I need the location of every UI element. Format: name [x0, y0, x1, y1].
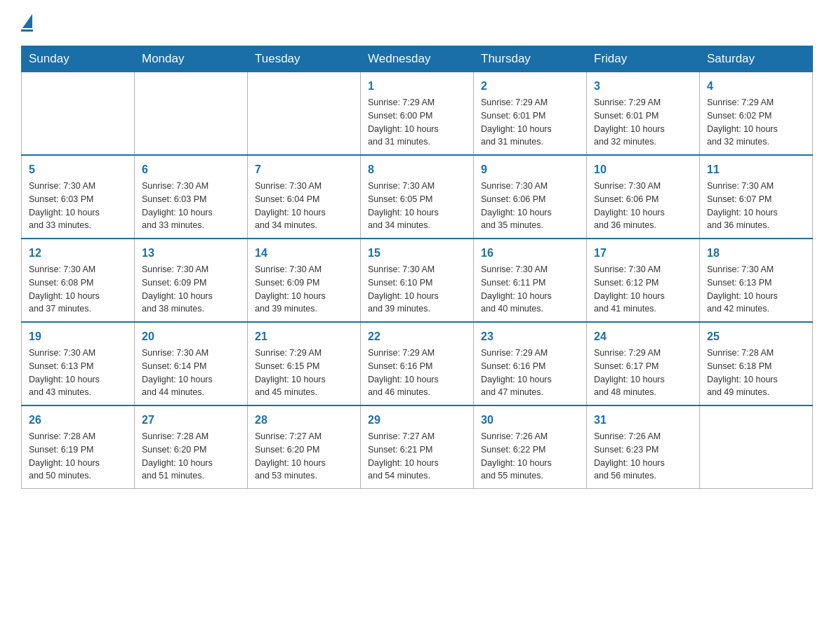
calendar-cell: 11Sunrise: 7:30 AM Sunset: 6:07 PM Dayli… — [700, 155, 813, 239]
page-header — [21, 14, 813, 32]
day-number: 7 — [255, 161, 353, 178]
day-info: Sunrise: 7:29 AM Sunset: 6:16 PM Dayligh… — [368, 347, 466, 399]
day-number: 4 — [707, 78, 805, 95]
calendar-cell — [248, 72, 361, 156]
calendar-cell: 5Sunrise: 7:30 AM Sunset: 6:03 PM Daylig… — [22, 155, 135, 239]
calendar-week-row: 19Sunrise: 7:30 AM Sunset: 6:13 PM Dayli… — [22, 322, 813, 405]
calendar-week-row: 1Sunrise: 7:29 AM Sunset: 6:00 PM Daylig… — [22, 72, 813, 156]
calendar-header-sunday: Sunday — [22, 46, 135, 72]
calendar-cell: 3Sunrise: 7:29 AM Sunset: 6:01 PM Daylig… — [587, 72, 700, 156]
calendar-cell: 26Sunrise: 7:28 AM Sunset: 6:19 PM Dayli… — [22, 405, 135, 489]
day-info: Sunrise: 7:26 AM Sunset: 6:22 PM Dayligh… — [481, 430, 579, 483]
day-info: Sunrise: 7:30 AM Sunset: 6:12 PM Dayligh… — [594, 263, 692, 316]
day-number: 30 — [481, 412, 579, 429]
day-number: 5 — [29, 161, 127, 178]
day-number: 15 — [368, 245, 466, 262]
calendar-cell: 8Sunrise: 7:30 AM Sunset: 6:05 PM Daylig… — [361, 155, 474, 239]
calendar-header-friday: Friday — [587, 46, 700, 72]
day-info: Sunrise: 7:30 AM Sunset: 6:09 PM Dayligh… — [142, 263, 240, 316]
calendar-cell: 14Sunrise: 7:30 AM Sunset: 6:09 PM Dayli… — [248, 239, 361, 322]
day-number: 3 — [594, 78, 692, 95]
day-number: 28 — [255, 412, 353, 429]
day-number: 9 — [481, 161, 579, 178]
day-number: 22 — [368, 328, 466, 345]
day-number: 27 — [142, 412, 240, 429]
day-number: 20 — [142, 328, 240, 345]
day-info: Sunrise: 7:29 AM Sunset: 6:02 PM Dayligh… — [707, 96, 805, 149]
calendar-cell: 22Sunrise: 7:29 AM Sunset: 6:16 PM Dayli… — [361, 322, 474, 405]
day-info: Sunrise: 7:30 AM Sunset: 6:13 PM Dayligh… — [29, 347, 127, 399]
calendar-cell: 28Sunrise: 7:27 AM Sunset: 6:20 PM Dayli… — [248, 405, 361, 489]
calendar-cell: 2Sunrise: 7:29 AM Sunset: 6:01 PM Daylig… — [474, 72, 587, 156]
day-info: Sunrise: 7:28 AM Sunset: 6:19 PM Dayligh… — [29, 430, 127, 483]
svg-marker-0 — [22, 14, 32, 28]
day-info: Sunrise: 7:29 AM Sunset: 6:15 PM Dayligh… — [255, 347, 353, 399]
logo — [21, 14, 33, 32]
day-number: 17 — [594, 245, 692, 262]
calendar-cell: 17Sunrise: 7:30 AM Sunset: 6:12 PM Dayli… — [587, 239, 700, 322]
day-info: Sunrise: 7:27 AM Sunset: 6:20 PM Dayligh… — [255, 430, 353, 483]
calendar-header-saturday: Saturday — [700, 46, 813, 72]
calendar-cell — [135, 72, 248, 156]
day-number: 19 — [29, 328, 127, 345]
calendar-cell: 1Sunrise: 7:29 AM Sunset: 6:00 PM Daylig… — [361, 72, 474, 156]
calendar-table: SundayMondayTuesdayWednesdayThursdayFrid… — [21, 46, 813, 489]
day-number: 14 — [255, 245, 353, 262]
day-number: 6 — [142, 161, 240, 178]
calendar-cell: 10Sunrise: 7:30 AM Sunset: 6:06 PM Dayli… — [587, 155, 700, 239]
calendar-cell — [700, 405, 813, 489]
calendar-header-row: SundayMondayTuesdayWednesdayThursdayFrid… — [22, 46, 813, 72]
calendar-cell: 25Sunrise: 7:28 AM Sunset: 6:18 PM Dayli… — [700, 322, 813, 405]
day-info: Sunrise: 7:30 AM Sunset: 6:14 PM Dayligh… — [142, 347, 240, 399]
day-info: Sunrise: 7:30 AM Sunset: 6:09 PM Dayligh… — [255, 263, 353, 316]
day-info: Sunrise: 7:28 AM Sunset: 6:18 PM Dayligh… — [707, 347, 805, 399]
day-number: 8 — [368, 161, 466, 178]
day-number: 29 — [368, 412, 466, 429]
day-info: Sunrise: 7:30 AM Sunset: 6:03 PM Dayligh… — [29, 180, 127, 232]
day-info: Sunrise: 7:30 AM Sunset: 6:06 PM Dayligh… — [594, 180, 692, 232]
calendar-cell: 19Sunrise: 7:30 AM Sunset: 6:13 PM Dayli… — [22, 322, 135, 405]
calendar-cell: 31Sunrise: 7:26 AM Sunset: 6:23 PM Dayli… — [587, 405, 700, 489]
day-number: 10 — [594, 161, 692, 178]
day-info: Sunrise: 7:30 AM Sunset: 6:03 PM Dayligh… — [142, 180, 240, 232]
calendar-header-thursday: Thursday — [474, 46, 587, 72]
calendar-cell: 13Sunrise: 7:30 AM Sunset: 6:09 PM Dayli… — [135, 239, 248, 322]
calendar-cell: 12Sunrise: 7:30 AM Sunset: 6:08 PM Dayli… — [22, 239, 135, 322]
calendar-cell: 29Sunrise: 7:27 AM Sunset: 6:21 PM Dayli… — [361, 405, 474, 489]
calendar-cell: 24Sunrise: 7:29 AM Sunset: 6:17 PM Dayli… — [587, 322, 700, 405]
calendar-cell: 27Sunrise: 7:28 AM Sunset: 6:20 PM Dayli… — [135, 405, 248, 489]
calendar-week-row: 26Sunrise: 7:28 AM Sunset: 6:19 PM Dayli… — [22, 405, 813, 489]
day-number: 24 — [594, 328, 692, 345]
day-number: 18 — [707, 245, 805, 262]
calendar-cell: 16Sunrise: 7:30 AM Sunset: 6:11 PM Dayli… — [474, 239, 587, 322]
day-number: 23 — [481, 328, 579, 345]
day-info: Sunrise: 7:30 AM Sunset: 6:13 PM Dayligh… — [707, 263, 805, 316]
day-number: 31 — [594, 412, 692, 429]
day-info: Sunrise: 7:29 AM Sunset: 6:01 PM Dayligh… — [481, 96, 579, 149]
calendar-cell — [22, 72, 135, 156]
day-info: Sunrise: 7:29 AM Sunset: 6:16 PM Dayligh… — [481, 347, 579, 399]
day-number: 25 — [707, 328, 805, 345]
day-number: 2 — [481, 78, 579, 95]
calendar-cell: 7Sunrise: 7:30 AM Sunset: 6:04 PM Daylig… — [248, 155, 361, 239]
calendar-header-monday: Monday — [135, 46, 248, 72]
day-number: 21 — [255, 328, 353, 345]
calendar-cell: 23Sunrise: 7:29 AM Sunset: 6:16 PM Dayli… — [474, 322, 587, 405]
day-number: 13 — [142, 245, 240, 262]
calendar-cell: 20Sunrise: 7:30 AM Sunset: 6:14 PM Dayli… — [135, 322, 248, 405]
day-number: 16 — [481, 245, 579, 262]
day-info: Sunrise: 7:29 AM Sunset: 6:01 PM Dayligh… — [594, 96, 692, 149]
calendar-header-wednesday: Wednesday — [361, 46, 474, 72]
calendar-cell: 9Sunrise: 7:30 AM Sunset: 6:06 PM Daylig… — [474, 155, 587, 239]
calendar-cell: 4Sunrise: 7:29 AM Sunset: 6:02 PM Daylig… — [700, 72, 813, 156]
day-info: Sunrise: 7:29 AM Sunset: 6:00 PM Dayligh… — [368, 96, 466, 149]
day-info: Sunrise: 7:30 AM Sunset: 6:04 PM Dayligh… — [255, 180, 353, 232]
calendar-cell: 15Sunrise: 7:30 AM Sunset: 6:10 PM Dayli… — [361, 239, 474, 322]
day-info: Sunrise: 7:30 AM Sunset: 6:08 PM Dayligh… — [29, 263, 127, 316]
logo-triangle-icon — [22, 14, 32, 28]
calendar-cell: 6Sunrise: 7:30 AM Sunset: 6:03 PM Daylig… — [135, 155, 248, 239]
day-number: 1 — [368, 78, 466, 95]
day-number: 26 — [29, 412, 127, 429]
calendar-cell: 21Sunrise: 7:29 AM Sunset: 6:15 PM Dayli… — [248, 322, 361, 405]
day-info: Sunrise: 7:30 AM Sunset: 6:07 PM Dayligh… — [707, 180, 805, 232]
